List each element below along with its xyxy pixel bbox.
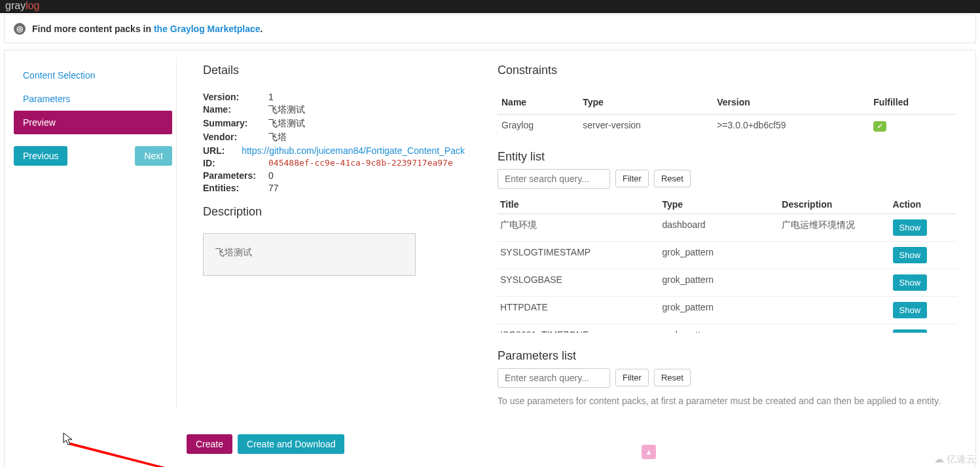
label-url: URL: [203, 145, 242, 156]
entity-show-button[interactable]: Show [893, 219, 928, 236]
table-row: HTTPDATEgrok_patternShow [498, 296, 957, 324]
entity-list-heading: Entity list [498, 150, 957, 164]
constraint-fulfilled: ✓ [869, 115, 957, 137]
value-version: 1 [268, 92, 465, 102]
table-row: ISO8601_TIMEZONEgrok_patternShow [498, 324, 957, 333]
parameters-list-heading: Parameters list [498, 349, 957, 363]
table-row: SYSLOGTIMESTAMPgrok_patternShow [498, 241, 957, 269]
col-action: Action [890, 195, 957, 214]
col-title: Title [498, 195, 659, 214]
banner-text: Find more content packs in the Graylog M… [32, 24, 263, 34]
entity-desc: 广电运维环境情况 [779, 214, 890, 241]
entity-search-input[interactable] [498, 169, 610, 189]
create-button[interactable]: Create [187, 434, 232, 454]
entity-title: SYSLOGTIMESTAMP [498, 241, 659, 269]
brand-bar: graylog [0, 0, 980, 13]
table-row: 广电环境dashboard广电运维环境情况Show [498, 214, 957, 241]
entity-type: grok_pattern [659, 241, 779, 269]
value-summary: 飞塔测试 [268, 118, 465, 130]
cloud-icon: ☁ [934, 453, 944, 465]
label-parameters: Parameters: [203, 170, 268, 181]
details-heading: Details [203, 64, 465, 77]
entity-table: Title Type Description Action 广电环境dashbo… [498, 195, 957, 333]
brand-logo: graylog [5, 0, 39, 11]
param-reset-button[interactable]: Reset [654, 369, 691, 386]
col-desc: Description [779, 195, 890, 214]
entity-scroll-area[interactable]: Title Type Description Action 广电环境dashbo… [498, 195, 957, 333]
entity-desc [779, 324, 890, 333]
label-version: Version: [203, 92, 268, 102]
entity-reset-button[interactable]: Reset [654, 170, 691, 187]
col-name: Name [498, 92, 579, 115]
entity-filter-button[interactable]: Filter [615, 170, 649, 187]
entity-desc [779, 241, 890, 269]
label-id: ID: [203, 158, 268, 168]
content-pack-wizard: Content Selection Parameters Preview Pre… [4, 50, 976, 467]
entity-show-button[interactable]: Show [893, 302, 928, 318]
param-search-input[interactable] [498, 368, 610, 388]
entity-title: HTTPDATE [498, 296, 659, 324]
wizard-steps-nav: Content Selection Parameters Preview Pre… [10, 57, 177, 408]
marketplace-banner: ◎ Find more content packs in the Graylog… [4, 14, 976, 43]
target-icon: ◎ [14, 23, 26, 35]
label-name: Name: [203, 104, 268, 116]
value-id: 045488ef-cc9e-41ca-9c8b-2239717ea97e [268, 158, 465, 168]
value-url-link[interactable]: https://github.com/juiceman84/Fortigate_… [242, 145, 465, 156]
wizard-actions: Create Create and Download ▲ [10, 434, 970, 454]
entity-type: dashboard [659, 214, 779, 241]
entity-desc [779, 296, 890, 324]
nav-parameters[interactable]: Parameters [14, 87, 172, 111]
label-summary: Summary: [203, 118, 268, 130]
watermark: ☁ 亿速云 [934, 453, 976, 466]
constraints-heading: Constraints [498, 64, 957, 77]
label-vendor: Vendor: [203, 132, 268, 143]
entity-title: ISO8601_TIMEZONE [498, 324, 659, 333]
chevron-up-icon: ▲ [645, 448, 653, 456]
description-box: 飞塔测试 [203, 233, 416, 276]
description-heading: Description [203, 205, 465, 219]
constraint-version: >=3.0.0+db6cf59 [713, 115, 869, 137]
entity-title: SYSLOGBASE [498, 269, 659, 296]
check-icon: ✓ [873, 121, 886, 132]
nav-preview[interactable]: Preview [14, 111, 172, 134]
previous-button[interactable]: Previous [14, 146, 67, 166]
entity-show-button[interactable]: Show [893, 274, 928, 291]
entity-type: grok_pattern [659, 324, 779, 333]
nav-content-selection[interactable]: Content Selection [14, 64, 172, 87]
col-type: Type [579, 92, 713, 115]
entity-title: 广电环境 [498, 214, 659, 241]
entity-show-button[interactable]: Show [893, 247, 928, 263]
entity-desc [779, 269, 890, 296]
table-row: Graylog server-version >=3.0.0+db6cf59 ✓ [498, 115, 957, 137]
create-and-download-button[interactable]: Create and Download [238, 434, 344, 454]
table-row: SYSLOGBASEgrok_patternShow [498, 269, 957, 296]
value-parameters: 0 [268, 170, 465, 181]
col-type: Type [659, 195, 779, 214]
entity-type: grok_pattern [659, 296, 779, 324]
scroll-top-button[interactable]: ▲ [642, 445, 656, 459]
constraints-table: Name Type Version Fulfilled Graylog serv… [498, 92, 957, 137]
marketplace-link[interactable]: the Graylog Marketplace [154, 24, 261, 34]
constraint-type: server-version [579, 115, 713, 137]
next-button[interactable]: Next [135, 146, 172, 166]
param-filter-button[interactable]: Filter [615, 369, 649, 386]
param-helper-text: To use parameters for content packs, at … [498, 394, 957, 408]
col-version: Version [713, 92, 869, 115]
annotation-arrow [69, 442, 173, 468]
value-vendor: 飞塔 [268, 132, 465, 143]
cursor-icon [63, 432, 75, 447]
value-entities: 77 [268, 183, 465, 193]
label-entities: Entities: [203, 183, 268, 193]
value-name: 飞塔测试 [268, 104, 465, 116]
entity-type: grok_pattern [659, 269, 779, 296]
col-fulfilled: Fulfilled [869, 92, 957, 115]
constraint-name: Graylog [498, 115, 579, 137]
entity-show-button[interactable]: Show [893, 329, 928, 333]
